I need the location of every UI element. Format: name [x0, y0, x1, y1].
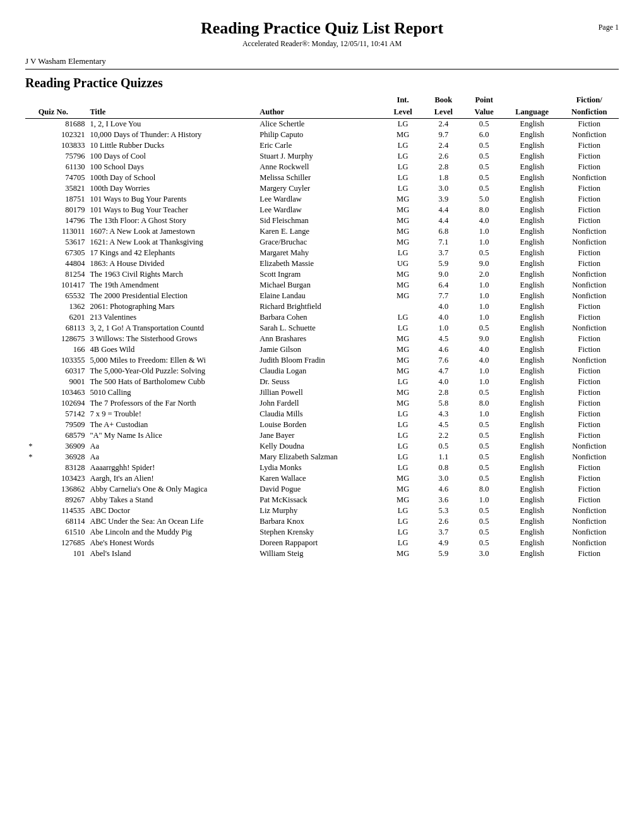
fiction-cell: Nonfiction: [559, 130, 619, 140]
point-value-cell: 0.5: [464, 140, 504, 151]
book-level-cell: 4.4: [423, 215, 463, 226]
int-level-cell: MG: [383, 194, 423, 205]
table-row: *36928AaMary Elizabeth SalzmanLG1.10.5En…: [25, 452, 619, 462]
book-level-cell: 5.9: [423, 258, 463, 269]
author-cell: Stuart J. Murphy: [257, 151, 383, 162]
int-level-cell: MG: [383, 215, 423, 226]
star-cell: [25, 366, 36, 377]
quiz-no-cell: 128675: [36, 334, 88, 344]
book-level-cell: 2.4: [423, 119, 463, 130]
title-cell: The 13th Floor: A Ghost Story: [87, 215, 257, 226]
fiction-cell: Fiction: [559, 151, 619, 162]
table-row: 18751101 Ways to Bug Your ParentsLee War…: [25, 194, 619, 205]
title-cell: 1607: A New Look at Jamestown: [87, 226, 257, 237]
int-level-cell: UG: [383, 258, 423, 269]
star-cell: [25, 355, 36, 366]
book-level-cell: 1.0: [423, 323, 463, 334]
book-level-cell: 5.9: [423, 548, 463, 559]
quiz-no-cell: 102694: [36, 398, 88, 409]
star-cell: [25, 409, 36, 420]
author-cell: David Pogue: [257, 484, 383, 495]
title-cell: Abby Carnelia's One & Only Magica: [87, 484, 257, 495]
star-cell: [25, 420, 36, 430]
fiction-cell: Fiction: [559, 215, 619, 226]
book-level-cell: 4.6: [423, 484, 463, 495]
author-cell: Jamie Gilson: [257, 344, 383, 355]
star-cell: [25, 516, 36, 527]
book-level-cell: 5.3: [423, 505, 463, 516]
table-row: 61130100 School DaysAnne RockwellLG2.80.…: [25, 162, 619, 172]
author-cell: Sid Fleischman: [257, 215, 383, 226]
table-row: 61510Abe Lincoln and the Muddy PigStephe…: [25, 527, 619, 538]
int-level-cell: LG: [383, 441, 423, 452]
title-cell: 100th Day Worries: [87, 183, 257, 194]
language-cell: English: [504, 527, 560, 538]
fiction-cell: Nonfiction: [559, 323, 619, 334]
star-cell: [25, 151, 36, 162]
star-cell: [25, 430, 36, 441]
quiz-no-header2: Quiz No.: [36, 106, 88, 119]
book-level-cell: 4.0: [423, 312, 463, 323]
book-level-cell: 3.0: [423, 473, 463, 484]
quiz-no-cell: 79509: [36, 420, 88, 430]
point-value-cell: 9.0: [464, 334, 504, 344]
table-row: 79509The A+ CustodianLouise BordenLG4.50…: [25, 420, 619, 430]
fiction-cell: Fiction: [559, 301, 619, 312]
star-cell: *: [25, 441, 36, 452]
quiz-no-cell: 113011: [36, 226, 88, 237]
quiz-no-cell: 103463: [36, 387, 88, 398]
title-cell: 1621: A New Look at Thanksgiving: [87, 237, 257, 248]
book-level-cell: 3.0: [423, 183, 463, 194]
point-value-cell: 0.5: [464, 473, 504, 484]
language-cell: English: [504, 280, 560, 291]
fiction-cell: Nonfiction: [559, 280, 619, 291]
fiction-cell: Fiction: [559, 248, 619, 258]
int-level-cell: LG: [383, 323, 423, 334]
point-value-cell: 0.5: [464, 538, 504, 548]
point-value-cell: 2.0: [464, 269, 504, 280]
star-cell: [25, 258, 36, 269]
fiction-cell: Fiction: [559, 462, 619, 473]
fiction-cell: Fiction: [559, 377, 619, 387]
title-cell: 5010 Calling: [87, 387, 257, 398]
int-level-header2: Level: [383, 106, 423, 119]
int-level-cell: MG: [383, 334, 423, 344]
table-row: 816881, 2, I Love YouAlice SchertleLG2.4…: [25, 119, 619, 130]
title-cell: Abe's Honest Words: [87, 538, 257, 548]
book-level-cell: 2.4: [423, 140, 463, 151]
language-cell: English: [504, 441, 560, 452]
quiz-no-cell: 18751: [36, 194, 88, 205]
table-row: 536171621: A New Look at ThanksgivingGra…: [25, 237, 619, 248]
title-cell: 7 x 9 = Trouble!: [87, 409, 257, 420]
quiz-no-cell: 83128: [36, 462, 88, 473]
fiction-cell: Fiction: [559, 398, 619, 409]
table-row: 101417The 19th AmendmentMichael BurganMG…: [25, 280, 619, 291]
table-row: 1130111607: A New Look at JamestownKaren…: [25, 226, 619, 237]
star-col-header: [25, 94, 36, 106]
star-cell: [25, 387, 36, 398]
author-cell: Karen Wallace: [257, 473, 383, 484]
fiction-cell: Fiction: [559, 334, 619, 344]
point-value-cell: 0.5: [464, 151, 504, 162]
star-cell: [25, 119, 36, 130]
int-level-cell: LG: [383, 183, 423, 194]
table-row: 75796100 Days of CoolStuart J. MurphyLG2…: [25, 151, 619, 162]
title-cell: 10 Little Rubber Ducks: [87, 140, 257, 151]
title-cell: 3 Willows: The Sisterhood Grows: [87, 334, 257, 344]
author-cell: Lee Wardlaw: [257, 194, 383, 205]
point-value-cell: 1.0: [464, 312, 504, 323]
table-row: 6201213 ValentinesBarbara CohenLG4.01.0E…: [25, 312, 619, 323]
point-value-cell: 4.0: [464, 355, 504, 366]
star-cell: [25, 334, 36, 344]
table-row: 83128Aaaarrgghh! Spider!Lydia MonksLG0.8…: [25, 462, 619, 473]
star-cell: [25, 312, 36, 323]
language-cell: English: [504, 215, 560, 226]
language-cell: English: [504, 452, 560, 462]
star-cell: [25, 473, 36, 484]
star-cell: [25, 248, 36, 258]
table-row: 102694The 7 Professors of the Far NorthJ…: [25, 398, 619, 409]
point-value-cell: 8.0: [464, 484, 504, 495]
report-subtitle: Accelerated Reader®: Monday, 12/05/11, 1…: [25, 39, 619, 49]
book-level-cell: 2.6: [423, 516, 463, 527]
quiz-no-cell: 67305: [36, 248, 88, 258]
